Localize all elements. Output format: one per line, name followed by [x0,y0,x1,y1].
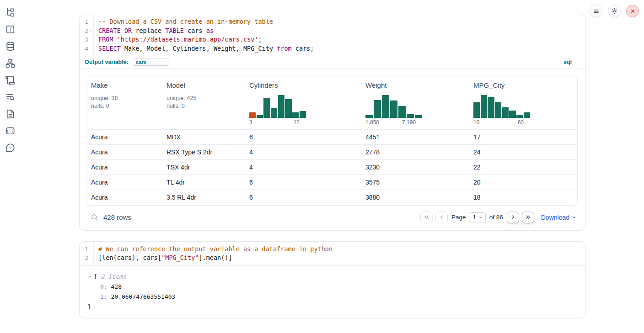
next-page-button[interactable] [507,211,519,223]
code-line[interactable]: -- Download a CSV and create an in-memor… [98,17,585,26]
hamburger-icon [593,8,600,15]
line-number: 3 [80,35,93,44]
code-lines[interactable]: # We can reference the output variable a… [94,242,585,265]
code-line[interactable]: CREATE OR replace TABLE cars as [98,26,585,36]
code-line[interactable]: FROM 'https://datasets.marimo.app/cars.c… [98,35,585,44]
table-row[interactable]: AcuraMDX6445117 [87,130,577,145]
axis-max-label: 12 [294,119,300,126]
documentation-button[interactable] [5,109,16,119]
helper-sidebar: f(·)? [0,7,20,153]
histogram-bar [374,100,381,118]
collapse-toggle-icon[interactable] [87,274,93,280]
fold-chevron-icon[interactable] [88,28,93,33]
pagination: Page 1 of 86 Download [420,211,577,223]
histogram-bar [292,112,299,118]
column-header-mpg_city: MPG_City1060 [470,75,577,130]
row-count: 428 rows [103,213,131,221]
column-header-weight: Weight1,8507,190 [362,75,470,130]
line-number: 4 [80,44,93,53]
histogram-bar [263,98,270,118]
output-variable-input[interactable] [133,58,169,66]
table-cell: 6 [246,130,362,145]
prev-page-button[interactable] [435,211,448,223]
items-count: 2 Items [102,272,127,282]
column-header-cylinders: Cylinders312 [246,75,362,130]
page-select[interactable]: 1 [469,212,485,222]
settings-button[interactable] [608,5,621,17]
output-variable-row: Output variable: sql [80,56,585,68]
menu-button[interactable] [590,5,602,17]
variables-button[interactable]: f [5,24,16,35]
table-cell: 4 [246,160,362,175]
code-snippet-icon: (·) [5,130,16,137]
table-row[interactable]: AcuraTSX 4dr4323022 [87,160,577,175]
table-cell: 24 [470,145,577,160]
open-bracket: [ [94,272,97,282]
scroll-icon [5,79,16,87]
column-title[interactable]: MPG_City [473,81,574,89]
table-row[interactable]: AcuraRSX Type S 2dr4277824 [87,145,577,160]
svg-text:f: f [10,26,12,33]
last-page-button[interactable] [522,211,534,223]
gear-icon [611,8,618,15]
column-title[interactable]: Make [91,81,159,89]
histogram-bar [285,99,291,118]
histogram-bar [249,112,256,118]
language-badge: sql [564,59,572,65]
table-cell: 3.5 RL 4dr [163,190,246,205]
function-icon: f [5,28,16,36]
first-page-button[interactable] [420,211,433,223]
python-code-editor[interactable]: 12 # We can reference the output variabl… [80,242,585,265]
download-label: Download [541,214,569,221]
snippets-button[interactable]: (·) [5,126,16,136]
list-search-icon [5,96,16,104]
histogram-bar [509,111,515,118]
column-title[interactable]: Cylinders [249,81,358,89]
code-lines[interactable]: -- Download a CSV and create an in-memor… [94,14,585,56]
tree-root: [ 2 Items [87,272,578,282]
search-icon[interactable] [91,213,98,221]
dependency-graph-button[interactable] [5,58,16,69]
histogram-bar [415,115,422,118]
histogram-bar [278,95,284,118]
table-cell: 6 [246,190,362,205]
line-number: 1 [80,245,93,254]
file-explorer-button[interactable] [5,7,16,18]
table-cell: 6 [246,175,362,190]
histogram-bar [365,115,373,118]
code-line[interactable]: # We can reference the output variable a… [98,245,585,254]
column-title[interactable]: Model [166,81,242,89]
svg-text:?: ? [9,145,11,150]
histogram-bar [516,115,523,118]
page-total: of 86 [489,214,503,221]
table-cell: Acura [87,160,163,175]
histogram-bar [257,115,263,118]
line-number: 2 [80,26,93,36]
histogram-bar [524,112,530,118]
table-row[interactable]: Acura3.5 RL 4dr6388018 [87,190,577,205]
table-cell: 4451 [362,130,470,145]
tree-entry: 1: 20.060747663551403 [100,292,578,302]
table-cell: 3230 [362,160,470,175]
datasources-button[interactable] [5,41,16,52]
code-line[interactable]: SELECT Make, Model, Cylinders, Weight, M… [98,44,585,53]
logs-button[interactable] [5,92,16,102]
help-bubble-icon: ? [5,147,16,154]
table-cell: RSX Type S 2dr [163,145,246,160]
table-row[interactable]: AcuraTL 4dr6357520 [87,175,577,190]
help-button[interactable]: ? [5,143,16,153]
close-icon [629,8,636,15]
shutdown-button[interactable] [626,5,639,17]
list-output: [ 2 Items 0: 4281: 20.060747663551403 ] [87,272,578,312]
code-line[interactable]: [len(cars), cars["MPG_City"].mean()] [98,254,585,263]
column-header-make: Makeunique: 38nulls: 0 [87,75,163,130]
axis-min-label: 3 [249,119,252,126]
column-title[interactable]: Weight [365,81,466,89]
download-button[interactable]: Download [541,214,577,221]
sql-code-editor[interactable]: 1234 -- Download a CSV and create an in-… [80,14,585,56]
table-cell: 22 [470,160,577,175]
table-cell: Acura [87,190,163,205]
python-cell: 12 # We can reference the output variabl… [79,241,586,318]
table-cell: Acura [87,145,163,160]
outline-button[interactable] [5,75,16,85]
